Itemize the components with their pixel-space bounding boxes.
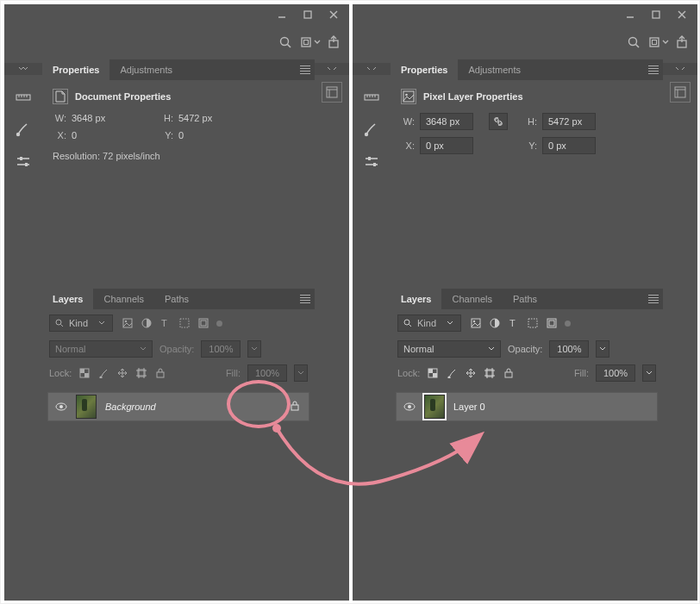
tab-adjustments[interactable]: Adjustments bbox=[109, 59, 183, 80]
layer-name[interactable]: Layer 0 bbox=[453, 402, 485, 412]
search-icon[interactable] bbox=[627, 35, 641, 49]
layer-item[interactable]: Layer 0 bbox=[396, 392, 658, 421]
sliders-tool-icon[interactable] bbox=[12, 151, 34, 173]
x-input[interactable] bbox=[420, 137, 473, 154]
brush-tool-icon[interactable] bbox=[360, 118, 383, 140]
maximize-button[interactable] bbox=[296, 7, 320, 22]
filter-shape-icon[interactable] bbox=[178, 317, 191, 329]
minimize-button[interactable] bbox=[618, 7, 642, 22]
frame-icon[interactable] bbox=[651, 35, 665, 49]
maximize-button[interactable] bbox=[644, 7, 668, 22]
tab-layers[interactable]: Layers bbox=[42, 289, 93, 309]
h-input[interactable] bbox=[542, 113, 596, 130]
lock-artboard-icon[interactable] bbox=[484, 367, 496, 379]
filter-adjust-icon[interactable] bbox=[141, 317, 153, 329]
svg-point-69 bbox=[404, 320, 409, 325]
filter-type-icon[interactable]: T bbox=[159, 317, 172, 329]
lock-pixels-icon[interactable] bbox=[446, 367, 458, 379]
lock-icon[interactable] bbox=[290, 401, 302, 413]
visibility-toggle-icon[interactable] bbox=[55, 401, 67, 413]
tab-paths[interactable]: Paths bbox=[503, 289, 547, 309]
svg-rect-42 bbox=[327, 87, 337, 97]
collapsed-panel-icon[interactable] bbox=[670, 82, 691, 103]
filter-kind-select[interactable]: Kind bbox=[49, 314, 113, 332]
chevron-down-icon bbox=[663, 40, 668, 45]
fill-input[interactable]: 100% bbox=[247, 364, 287, 382]
lock-artboard-icon[interactable] bbox=[135, 367, 147, 379]
dock-collapse[interactable] bbox=[663, 63, 697, 75]
layer-thumbnail[interactable] bbox=[76, 395, 97, 419]
filter-shape-icon[interactable] bbox=[527, 317, 539, 329]
svg-point-15 bbox=[16, 133, 20, 136]
filter-kind-label: Kind bbox=[417, 318, 436, 328]
filter-smart-icon[interactable] bbox=[197, 317, 209, 329]
link-wh-icon[interactable] bbox=[489, 113, 508, 130]
fill-chevron[interactable] bbox=[294, 364, 308, 382]
filter-adjust-icon[interactable] bbox=[489, 317, 501, 329]
dock-collapse[interactable] bbox=[315, 63, 349, 75]
lock-position-icon[interactable] bbox=[116, 367, 128, 379]
h-label: H: bbox=[523, 116, 537, 127]
share-icon[interactable] bbox=[675, 35, 689, 49]
blend-mode-select[interactable]: Normal bbox=[397, 340, 501, 358]
visibility-toggle-icon[interactable] bbox=[403, 401, 416, 413]
ruler-tool-icon[interactable] bbox=[360, 85, 383, 108]
panel-menu-icon[interactable] bbox=[644, 289, 663, 309]
blend-mode-select[interactable]: Normal bbox=[49, 340, 153, 358]
opacity-input[interactable]: 100% bbox=[549, 340, 589, 358]
filter-smart-icon[interactable] bbox=[546, 317, 558, 329]
lock-all-icon[interactable] bbox=[503, 367, 515, 379]
close-button[interactable] bbox=[670, 7, 694, 22]
tab-channels[interactable]: Channels bbox=[441, 289, 502, 309]
tab-channels[interactable]: Channels bbox=[93, 289, 153, 309]
window-right: Properties Adjustments Pixel Layer Prope… bbox=[353, 4, 697, 601]
filter-pixel-icon[interactable] bbox=[122, 317, 134, 329]
minimize-button[interactable] bbox=[270, 7, 294, 22]
tab-paths[interactable]: Paths bbox=[154, 289, 199, 309]
frame-icon[interactable] bbox=[303, 35, 316, 49]
tab-adjustments[interactable]: Adjustments bbox=[458, 59, 531, 80]
panel-menu-icon[interactable] bbox=[296, 289, 315, 309]
lock-pixels-icon[interactable] bbox=[97, 367, 109, 379]
opacity-chevron[interactable] bbox=[596, 340, 609, 358]
tool-rail bbox=[4, 59, 42, 601]
lock-transparent-icon[interactable] bbox=[78, 367, 91, 379]
filter-type-icon[interactable]: T bbox=[508, 317, 520, 329]
opacity-input[interactable]: 100% bbox=[201, 340, 241, 358]
layer-thumbnail[interactable] bbox=[424, 395, 445, 419]
tab-layers[interactable]: Layers bbox=[391, 289, 441, 309]
tab-properties[interactable]: Properties bbox=[391, 59, 458, 80]
layer-name[interactable]: Background bbox=[105, 402, 156, 412]
properties-tabbar: Properties Adjustments bbox=[42, 59, 315, 80]
lock-all-icon[interactable] bbox=[154, 367, 166, 379]
layers-panel: Kind T Normal bbox=[391, 309, 663, 427]
fill-chevron[interactable] bbox=[642, 364, 656, 382]
filter-toggle[interactable] bbox=[565, 321, 571, 327]
close-button[interactable] bbox=[322, 7, 346, 22]
svg-point-81 bbox=[448, 376, 451, 378]
filter-kind-select[interactable]: Kind bbox=[397, 314, 461, 332]
h-value: 5472 px bbox=[178, 113, 230, 123]
w-label: W: bbox=[401, 116, 415, 127]
search-icon[interactable] bbox=[278, 35, 292, 49]
rail-collapse[interactable] bbox=[4, 63, 42, 75]
collapsed-panel-icon[interactable] bbox=[322, 82, 342, 103]
w-input[interactable] bbox=[420, 113, 473, 130]
tab-properties[interactable]: Properties bbox=[42, 59, 109, 80]
rail-collapse[interactable] bbox=[353, 63, 391, 75]
panel-menu-icon[interactable] bbox=[644, 59, 663, 80]
lock-position-icon[interactable] bbox=[465, 367, 477, 379]
svg-rect-80 bbox=[433, 373, 437, 377]
filter-toggle[interactable] bbox=[216, 321, 222, 327]
panel-menu-icon[interactable] bbox=[296, 59, 315, 80]
lock-transparent-icon[interactable] bbox=[427, 367, 439, 379]
opacity-chevron[interactable] bbox=[247, 340, 261, 358]
sliders-tool-icon[interactable] bbox=[360, 151, 383, 173]
fill-input[interactable]: 100% bbox=[596, 364, 635, 382]
ruler-tool-icon[interactable] bbox=[12, 85, 34, 108]
annotation-ellipse bbox=[227, 380, 291, 428]
filter-pixel-icon[interactable] bbox=[470, 317, 482, 329]
y-input[interactable] bbox=[542, 137, 596, 154]
brush-tool-icon[interactable] bbox=[12, 118, 34, 140]
share-icon[interactable] bbox=[327, 35, 341, 49]
